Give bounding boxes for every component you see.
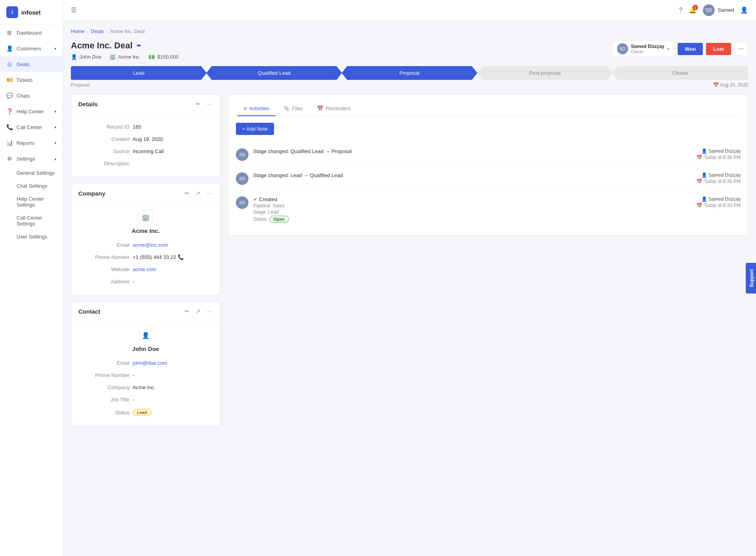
phone-call-icon[interactable]: 📞 <box>178 254 184 260</box>
hamburger-button[interactable]: ☰ <box>71 6 76 14</box>
stage-proposal[interactable]: Proposal <box>342 66 478 80</box>
activity-user: 👤 Samed Düzçay <box>697 148 741 154</box>
sidebar-item-user-settings[interactable]: User Settings <box>0 230 63 243</box>
activity-text: Stage changed: Qualified Lead → Proposal <box>253 148 692 154</box>
field-contact-status: Status Lead <box>78 406 213 419</box>
sidebar-item-chat-settings[interactable]: Chat Settings <box>0 179 63 192</box>
details-card-title: Details <box>78 101 98 107</box>
contact-link-button[interactable]: ↗ <box>194 307 202 315</box>
more-actions-button[interactable]: ··· <box>734 42 748 56</box>
field-value-company-phone[interactable]: +1 (555) 444 33 22 📞 <box>133 254 213 260</box>
activity-time: 📅 Today at 8:36 PM <box>697 155 741 160</box>
call-center-icon: 📞 <box>6 124 13 130</box>
user-menu[interactable]: SD Samed <box>703 4 734 16</box>
user-name: Samed <box>718 7 734 13</box>
chevron-up-icon: ▴ <box>54 157 56 161</box>
edit-deal-icon[interactable]: ✏ <box>137 42 141 49</box>
sidebar-item-label: Dashboard <box>17 30 42 36</box>
contact-avatar-section: 👤 John Doe <box>78 328 213 352</box>
field-label-contact-email: Email <box>78 360 130 366</box>
stage-post-proposal-label: Post-proposal <box>529 70 561 76</box>
won-button[interactable]: Won <box>678 43 703 55</box>
stage-closed-label: Closed <box>672 70 688 76</box>
stage-closed[interactable]: Closed <box>612 66 748 80</box>
logo[interactable]: i infoset <box>0 0 63 25</box>
company-link-button[interactable]: ↗ <box>194 189 202 197</box>
sidebar-item-label: Tickets <box>17 77 33 83</box>
sidebar-item-customers[interactable]: 👤 Customers ▾ <box>0 41 63 56</box>
field-value-contact-job-title: - <box>133 397 213 403</box>
field-company-address: Address - <box>78 275 213 288</box>
tab-activities[interactable]: ≡ Activities <box>237 102 276 116</box>
activities-tab-icon: ≡ <box>244 105 247 111</box>
tab-reminders[interactable]: 📅 Reminders <box>311 102 357 116</box>
support-button[interactable]: Support <box>746 263 756 294</box>
sidebar-item-settings[interactable]: ⚙ Settings ▴ <box>0 151 63 166</box>
deal-company[interactable]: 🏢 Acme Inc. <box>109 54 141 60</box>
stage-lead[interactable]: Lead <box>71 66 207 80</box>
stage-proposal-label: Proposal <box>399 70 419 76</box>
field-label-description: Description <box>78 161 130 166</box>
field-value-source: Incoming Call <box>133 148 213 154</box>
deal-title-row: Acme Inc. Deal ✏ <box>71 41 179 51</box>
breadcrumb-deals[interactable]: Deals <box>91 28 104 34</box>
stage-post-proposal[interactable]: Post-proposal <box>477 66 613 80</box>
sidebar-item-help-center[interactable]: ❓ Help Center ▾ <box>0 103 63 119</box>
tab-files[interactable]: 📎 Files <box>277 102 309 116</box>
sidebar-item-tickets[interactable]: 🎫 Tickets <box>0 72 63 88</box>
field-label-company-address: Address <box>78 279 130 284</box>
user-settings-topbar-icon[interactable]: 👤 <box>740 6 748 14</box>
field-value-company-website[interactable]: acme.com <box>133 266 213 272</box>
sidebar-item-call-center-settings[interactable]: Call Center Settings <box>0 211 63 230</box>
lost-button[interactable]: Lost <box>706 43 731 55</box>
general-settings-label: General Settings <box>17 170 55 176</box>
contact-card-actions: ✏ ↗ ··· <box>183 307 213 315</box>
sidebar-item-general-settings[interactable]: General Settings <box>0 166 63 179</box>
company-card-header: Company ✏ ↗ ··· <box>71 184 220 203</box>
deal-contact[interactable]: 👤 John Doe <box>71 54 102 60</box>
details-more-button[interactable]: ··· <box>205 100 213 108</box>
owner-selector[interactable]: SD Samed Düzçay Owner ▾ <box>612 41 675 57</box>
chevron-down-icon: ▾ <box>54 125 56 129</box>
help-topbar-icon[interactable]: ? <box>679 7 682 14</box>
user-avatar: SD <box>703 4 715 16</box>
company-more-button[interactable]: ··· <box>205 189 213 197</box>
contact-edit-button[interactable]: ✏ <box>183 307 191 315</box>
sidebar-item-dashboard[interactable]: ⊞ Dashboard <box>0 25 63 41</box>
activity-sub-stage: Stage: Lead <box>253 209 692 215</box>
sidebar-item-help-center-settings[interactable]: Help Center Settings <box>0 192 63 211</box>
field-label-company-email: Email <box>78 242 130 248</box>
details-edit-button[interactable]: ✏ <box>194 100 202 108</box>
notifications-icon[interactable]: 🔔 1 <box>689 6 697 14</box>
field-value-contact-status: Lead <box>133 409 213 416</box>
contact-more-button[interactable]: ··· <box>205 307 213 315</box>
owner-avatar: SD <box>617 43 628 54</box>
reminders-tab-icon: 📅 <box>317 105 323 111</box>
company-logo-section: 🏢 Acme Inc. <box>78 210 213 234</box>
activity-meta: 👤 Samed Düzçay 📅 Today at 8:35 PM <box>697 172 741 184</box>
stage-qualified-lead[interactable]: Qualified Lead <box>206 66 342 80</box>
activity-status-badge: Open <box>269 216 289 223</box>
current-stage-label: Proposal <box>71 82 89 88</box>
activity-user-icon: 👤 <box>701 148 707 154</box>
sidebar-item-chats[interactable]: 💬 Chats <box>0 88 63 103</box>
field-value-contact-email[interactable]: john@doe.com <box>133 360 213 366</box>
field-description: Description <box>78 157 213 170</box>
pipeline-stages: Lead Qualified Lead Proposal Post-propos… <box>71 66 748 80</box>
chevron-down-icon: ▾ <box>54 46 56 51</box>
field-label-company-phone: Phone Number <box>78 254 130 260</box>
field-label-contact-company: Company <box>78 384 130 390</box>
activity-content: ✓ Created Pipeline: Sales Stage: Lead St… <box>253 196 692 223</box>
field-company-phone: Phone Number +1 (555) 444 33 22 📞 <box>78 251 213 263</box>
sidebar: i infoset ⊞ Dashboard 👤 Customers ▾ ◎ De… <box>0 0 63 556</box>
reminders-tab-label: Reminders <box>326 105 350 111</box>
breadcrumb-home[interactable]: Home <box>71 28 85 34</box>
add-note-button[interactable]: + Add Note <box>236 123 274 135</box>
sidebar-item-deals[interactable]: ◎ Deals <box>0 56 63 72</box>
sidebar-item-reports[interactable]: 📊 Reports ▾ <box>0 135 63 151</box>
company-edit-button[interactable]: ✏ <box>183 189 191 197</box>
field-value-company-email[interactable]: acme@inc.com <box>133 242 213 248</box>
company-name: Acme Inc. <box>132 227 160 234</box>
pipeline-date: 📅 Aug 25, 2020 <box>713 82 748 88</box>
sidebar-item-call-center[interactable]: 📞 Call Center ▾ <box>0 119 63 135</box>
